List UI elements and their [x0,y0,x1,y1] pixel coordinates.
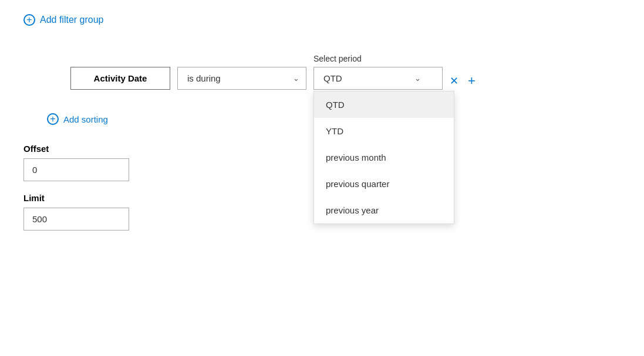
period-chevron-icon: ⌄ [414,74,421,83]
period-container: Select period QTD ⌄ QTD YTD previous mon… [313,54,443,90]
add-filter-button[interactable]: + [468,73,476,89]
filter-row: Activity Date is during is not during is… [23,54,621,90]
period-select-button[interactable]: QTD ⌄ [313,67,443,90]
add-sorting-button[interactable]: Add sorting [47,113,108,125]
period-select-area: QTD ⌄ QTD YTD previous month previous qu… [313,67,443,90]
limit-input[interactable] [23,208,129,230]
add-sorting-label: Add sorting [63,114,108,124]
period-selected-value: QTD [323,73,342,83]
circle-plus-icon [23,14,35,26]
remove-filter-button[interactable]: ✕ [450,74,458,87]
period-label: Select period [313,54,443,63]
add-sorting-circle-plus-icon [47,113,59,125]
dropdown-item-previous-month[interactable]: previous month [314,144,454,171]
add-filter-group-row: Add filter group [23,14,621,26]
filter-field-label: Activity Date [70,67,170,90]
dropdown-item-qtd[interactable]: QTD [314,91,454,118]
add-filter-group-label: Add filter group [40,15,104,25]
page-container: Add filter group Activity Date is during… [0,0,644,356]
operator-select-wrapper: is during is not during is before is aft… [177,67,306,90]
operator-select[interactable]: is during is not during is before is aft… [177,67,306,90]
offset-input[interactable] [23,158,129,181]
add-filter-group-button[interactable]: Add filter group [23,14,104,26]
filter-action-icons: ✕ + [450,73,476,90]
dropdown-item-previous-year[interactable]: previous year [314,197,454,223]
dropdown-item-ytd[interactable]: YTD [314,118,454,144]
dropdown-item-previous-quarter[interactable]: previous quarter [314,171,454,197]
period-dropdown-menu: QTD YTD previous month previous quarter … [313,91,454,224]
